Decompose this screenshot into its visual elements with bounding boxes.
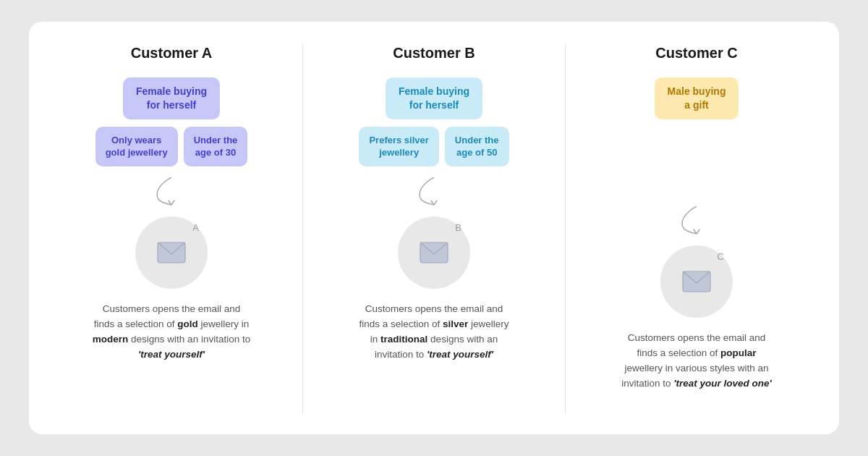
customer-a-tag-1: Only wearsgold jewellery [95, 127, 178, 166]
customer-a-avatar: A [135, 216, 208, 289]
customer-b-title: Customer B [393, 45, 475, 62]
customer-a-tags: Female buyingfor herself Only wearsgold … [52, 77, 291, 172]
customer-b-col: Customer B Female buyingfor herself Pref… [306, 45, 562, 414]
customer-c-tags: Male buyinga gift [577, 77, 816, 172]
customer-b-description: Customers opens the email and finds a se… [354, 302, 514, 363]
customer-b-tags-row: Prefers silverjewellery Under theage of … [359, 127, 509, 166]
customer-a-title: Customer A [131, 45, 213, 62]
divider-1 [302, 45, 303, 414]
customer-c-col: Customer C Male buyinga gift C Customers… [569, 45, 825, 414]
customer-b-tag-2: Under theage of 50 [445, 127, 509, 166]
customer-b-arrow [412, 177, 456, 212]
customer-a-tags-row: Only wearsgold jewellery Under theage of… [95, 127, 248, 166]
customer-b-tag-1: Prefers silverjewellery [359, 127, 438, 166]
customer-c-top-tag: Male buyinga gift [655, 77, 739, 119]
customer-c-arrow [675, 206, 718, 241]
envelope-icon-a [157, 242, 186, 263]
customer-c-title: Customer C [655, 45, 737, 62]
customer-b-top-tag: Female buyingfor herself [386, 77, 482, 119]
customer-c-avatar: C [660, 245, 733, 318]
customer-a-col: Customer A Female buyingfor herself Only… [43, 45, 299, 414]
main-card: Customer A Female buyingfor herself Only… [29, 22, 839, 434]
envelope-icon-b [420, 242, 448, 263]
customer-b-tags: Female buyingfor herself Prefers silverj… [315, 77, 553, 172]
envelope-icon-c [682, 271, 711, 292]
customer-b-avatar: B [398, 216, 470, 289]
customer-a-top-tag: Female buyingfor herself [123, 77, 220, 119]
customer-c-description: Customers opens the email and finds a se… [617, 331, 776, 392]
divider-2 [565, 45, 566, 414]
customer-a-description: Customers opens the email and finds a se… [92, 302, 251, 363]
customer-a-arrow [150, 177, 193, 212]
customer-a-tag-2: Under theage of 30 [184, 127, 248, 166]
